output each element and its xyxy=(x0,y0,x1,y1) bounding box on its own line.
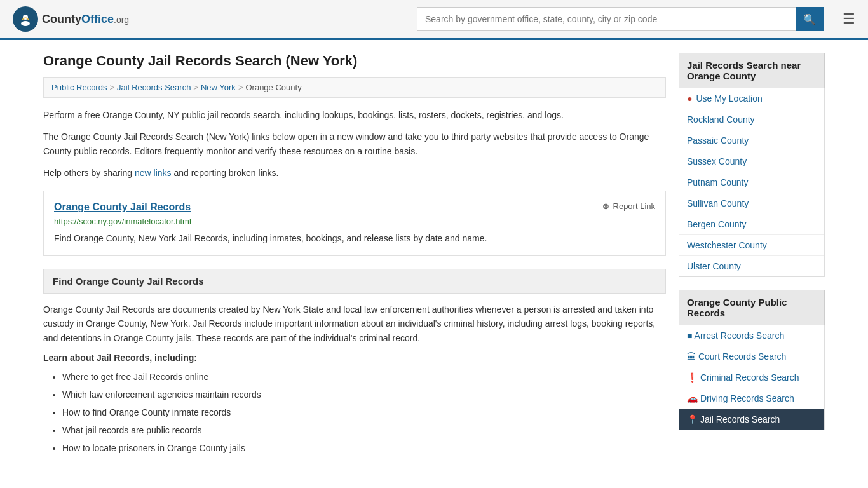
site-header: CountyOffice.org 🔍 ☰ xyxy=(0,0,868,40)
intro-p3-post: and reporting broken links. xyxy=(172,168,279,178)
intro-p3-pre: Help others by sharing xyxy=(43,168,135,178)
hamburger-icon: ☰ xyxy=(843,11,855,27)
sidebar-public-records-section: Orange County Public Records ■ Arrest Re… xyxy=(679,290,825,430)
menu-button[interactable]: ☰ xyxy=(843,11,855,27)
sidebar-public-records-list: ■ Arrest Records Search 🏛 Court Records … xyxy=(679,325,825,430)
jail-label: Jail Records Search xyxy=(700,414,780,424)
breadcrumb-orange-county: Orange County xyxy=(245,83,301,92)
sidebar-court-records[interactable]: 🏛 Court Records Search xyxy=(679,346,824,367)
svg-point-2 xyxy=(21,21,30,26)
find-section-body: Orange County Jail Records are documents… xyxy=(43,302,666,345)
breadcrumb-sep-3: > xyxy=(238,83,243,92)
sidebar-arrest-records[interactable]: ■ Arrest Records Search xyxy=(679,325,824,346)
breadcrumb-jail-records-search[interactable]: Jail Records Search xyxy=(117,83,191,92)
search-button[interactable]: 🔍 xyxy=(796,7,824,31)
driving-icon: 🚗 xyxy=(687,393,698,403)
main-layout: Orange County Jail Records Search (New Y… xyxy=(34,40,834,470)
search-input[interactable] xyxy=(417,7,796,31)
breadcrumb-new-york[interactable]: New York xyxy=(201,83,236,92)
sidebar-public-records-heading: Orange County Public Records xyxy=(679,290,825,325)
breadcrumb-public-records[interactable]: Public Records xyxy=(51,83,107,92)
intro-paragraph-2: The Orange County Jail Records Search (N… xyxy=(43,130,666,158)
intro-paragraph-1: Perform a free Orange County, NY public … xyxy=(43,108,666,122)
record-card-header: Orange County Jail Records ⊗ Report Link xyxy=(54,201,655,213)
location-icon: ● xyxy=(687,93,692,104)
arrest-icon: ■ xyxy=(687,330,692,341)
arrest-label: Arrest Records Search xyxy=(695,330,785,341)
sidebar-criminal-records[interactable]: ❗ Criminal Records Search xyxy=(679,367,824,388)
learn-label: Learn about Jail Records, including: xyxy=(43,353,666,363)
sidebar-nearby-heading: Jail Records Search near Orange County xyxy=(679,53,825,88)
sidebar-item-rockland[interactable]: Rockland County xyxy=(679,109,824,130)
list-item: Which law enforcement agencies maintain … xyxy=(62,386,666,403)
search-bar: 🔍 xyxy=(417,7,824,31)
sidebar-item-sussex[interactable]: Sussex County xyxy=(679,151,824,172)
record-description: Find Orange County, New York Jail Record… xyxy=(54,231,655,245)
sidebar-item-passaic[interactable]: Passaic County xyxy=(679,130,824,151)
sidebar-item-bergen[interactable]: Bergen County xyxy=(679,214,824,235)
sidebar-jail-records[interactable]: 📍 Jail Records Search xyxy=(679,409,824,430)
list-item: How to locate prisoners in Orange County… xyxy=(62,439,666,457)
breadcrumb: Public Records > Jail Records Search > N… xyxy=(43,77,666,98)
sidebar-item-putnam[interactable]: Putnam County xyxy=(679,172,824,193)
breadcrumb-sep-1: > xyxy=(109,83,114,92)
sidebar-driving-records[interactable]: 🚗 Driving Records Search xyxy=(679,388,824,409)
use-my-location-btn[interactable]: ● Use My Location xyxy=(679,88,824,109)
sidebar: Jail Records Search near Orange County ●… xyxy=(679,53,825,457)
sidebar-item-westchester[interactable]: Westchester County xyxy=(679,235,824,256)
main-content: Orange County Jail Records Search (New Y… xyxy=(43,53,666,457)
criminal-label: Criminal Records Search xyxy=(700,372,799,383)
logo-text: CountyOffice.org xyxy=(42,13,129,26)
driving-label: Driving Records Search xyxy=(700,393,794,403)
list-item: How to find Orange County inmate records xyxy=(62,403,666,421)
intro-paragraph-3: Help others by sharing new links and rep… xyxy=(43,166,666,180)
logo-link[interactable]: CountyOffice.org xyxy=(13,6,129,32)
new-links-link[interactable]: new links xyxy=(135,168,172,178)
criminal-icon: ❗ xyxy=(687,372,698,383)
court-icon: 🏛 xyxy=(687,351,696,362)
sidebar-nearby-list: ● Use My Location Rockland County Passai… xyxy=(679,88,825,277)
use-location-label: Use My Location xyxy=(696,93,762,104)
sidebar-item-sullivan[interactable]: Sullivan County xyxy=(679,193,824,214)
list-item: What jail records are public records xyxy=(62,421,666,439)
record-card: Orange County Jail Records ⊗ Report Link… xyxy=(43,191,666,256)
page-title: Orange County Jail Records Search (New Y… xyxy=(43,53,666,69)
breadcrumb-sep-2: > xyxy=(193,83,198,92)
logo-icon xyxy=(13,6,38,32)
sidebar-item-ulster[interactable]: Ulster County xyxy=(679,256,824,276)
report-label: Report Link xyxy=(613,201,655,211)
search-icon: 🔍 xyxy=(803,14,816,25)
learn-list: Where to get free Jail Records online Wh… xyxy=(62,368,666,457)
jail-icon: 📍 xyxy=(687,414,698,424)
record-title[interactable]: Orange County Jail Records xyxy=(54,201,191,213)
find-section-heading: Find Orange County Jail Records xyxy=(43,269,666,294)
report-icon: ⊗ xyxy=(602,201,609,211)
court-label: Court Records Search xyxy=(698,351,787,362)
report-link-btn[interactable]: ⊗ Report Link xyxy=(602,201,655,211)
record-url[interactable]: https://scoc.ny.gov/inmatelocator.html xyxy=(54,217,655,226)
sidebar-nearby-section: Jail Records Search near Orange County ●… xyxy=(679,53,825,277)
list-item: Where to get free Jail Records online xyxy=(62,368,666,386)
